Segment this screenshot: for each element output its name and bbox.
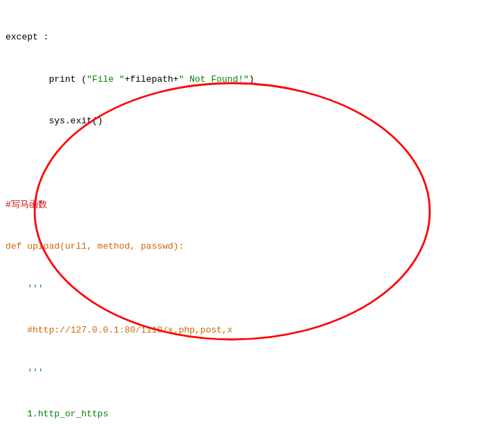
code-line-9: '''	[6, 366, 498, 380]
code-line-5: #写马函数	[6, 198, 498, 212]
code-line-6: def upload(url1, method, passwd):	[6, 240, 498, 254]
code-line-7: '''	[6, 282, 498, 296]
code-line-1: except :	[6, 30, 498, 44]
code-line-2: print ("File "+filepath+" Not Found!")	[6, 73, 498, 87]
code-block: except : print ("File "+filepath+" Not F…	[0, 0, 504, 424]
code-line-8: #http://127.0.0.1:80/1110/x.php,post,x	[6, 324, 498, 337]
code-line-10: 1.http_or_https	[6, 407, 498, 421]
code-line-4	[6, 157, 498, 170]
code-line-3: sys.exit()	[6, 114, 498, 128]
